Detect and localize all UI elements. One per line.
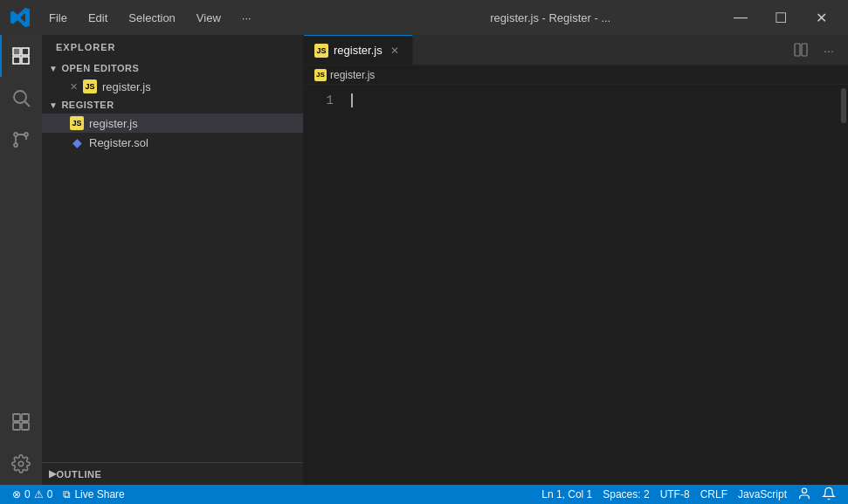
explorer-title: EXPLORER	[42, 35, 303, 59]
register-section-label: REGISTER	[61, 100, 114, 110]
activity-bar	[0, 35, 42, 485]
menu-more[interactable]: ···	[233, 8, 260, 28]
status-errors[interactable]: ⊗ 0 ⚠ 0	[7, 485, 58, 504]
line-number-1: 1	[304, 92, 334, 109]
open-editor-register-js[interactable]: ✕ JS register.js	[42, 77, 303, 96]
activity-explorer-icon[interactable]	[0, 35, 42, 77]
tab-bar: JS register.js ✕ ···	[304, 35, 848, 66]
editor-line-1	[348, 92, 839, 109]
js-file-icon: JS	[83, 79, 97, 93]
tab-register-js[interactable]: JS register.js ✕	[304, 35, 413, 65]
eol-label: CRLF	[700, 488, 727, 501]
menu-bar: File Edit Selection View ···	[40, 8, 381, 28]
svg-rect-11	[795, 44, 800, 56]
bell-icon	[822, 487, 836, 503]
liveshare-icon: ⧉	[63, 488, 71, 501]
spaces-label: Spaces: 2	[603, 488, 649, 501]
svg-point-5	[14, 143, 17, 147]
breadcrumb-js-icon: JS	[314, 69, 327, 81]
more-actions-button[interactable]: ···	[817, 38, 841, 62]
svg-rect-0	[14, 49, 19, 54]
liveshare-label: Live Share	[74, 488, 124, 501]
open-editors-header[interactable]: ▼ OPEN EDITORS	[42, 59, 303, 77]
encoding-label: UTF-8	[660, 488, 690, 501]
js-icon-register: JS	[70, 116, 84, 130]
maximize-button[interactable]: ☐	[761, 0, 801, 35]
scrollbar-thumb[interactable]	[841, 88, 846, 123]
outline-section: ▶ OUTLINE	[42, 462, 303, 485]
sidebar-register-sol-name: Register.sol	[89, 136, 148, 149]
window-controls: — ☐ ✕	[720, 0, 841, 35]
editor-area: JS register.js ✕ ··· JS register.js	[304, 35, 848, 485]
activity-source-control-icon[interactable]	[0, 119, 42, 161]
split-editor-button[interactable]	[789, 38, 813, 62]
outline-label: OUTLINE	[57, 469, 102, 480]
menu-view[interactable]: View	[188, 8, 230, 28]
status-eol[interactable]: CRLF	[695, 485, 733, 504]
sidebar-register-sol[interactable]: ◆ Register.sol	[42, 133, 303, 152]
svg-rect-6	[13, 414, 20, 421]
line-numbers: 1	[304, 85, 348, 485]
register-chevron: ▼	[49, 100, 58, 110]
svg-rect-12	[802, 44, 807, 56]
breadcrumb: JS register.js	[304, 66, 848, 85]
open-editors-label: OPEN EDITORS	[61, 63, 139, 73]
status-encoding[interactable]: UTF-8	[655, 485, 695, 504]
close-button[interactable]: ✕	[801, 0, 841, 35]
cursor-position: Ln 1, Col 1	[541, 488, 592, 501]
sidebar-register-js[interactable]: JS register.js	[42, 114, 303, 133]
outline-header[interactable]: ▶ OUTLINE	[42, 463, 303, 485]
tab-label: register.js	[334, 44, 383, 57]
status-cursor[interactable]: Ln 1, Col 1	[536, 485, 597, 504]
tab-js-icon: JS	[314, 44, 328, 58]
menu-selection[interactable]: Selection	[120, 8, 183, 28]
activity-search-icon[interactable]	[0, 77, 42, 119]
breadcrumb-file: register.js	[330, 69, 375, 81]
open-editor-filename: register.js	[102, 80, 151, 93]
close-file-icon[interactable]: ✕	[70, 81, 78, 93]
register-section-header[interactable]: ▼ REGISTER	[42, 96, 303, 114]
activity-extensions-icon[interactable]	[0, 401, 42, 443]
menu-edit[interactable]: Edit	[79, 8, 116, 28]
outline-chevron: ▶	[49, 468, 57, 480]
activity-settings-icon[interactable]	[0, 443, 42, 485]
sidebar: EXPLORER ▼ OPEN EDITORS ✕ JS register.js…	[42, 35, 304, 485]
tab-actions: ···	[782, 35, 848, 65]
status-account[interactable]	[792, 485, 817, 504]
tab-close-button[interactable]: ✕	[388, 44, 402, 58]
svg-rect-8	[13, 423, 20, 430]
scrollbar-track[interactable]	[839, 85, 848, 485]
open-editors-chevron: ▼	[49, 64, 58, 73]
svg-point-3	[14, 133, 17, 136]
editor-text-area[interactable]	[348, 85, 839, 485]
vscode-logo	[7, 4, 33, 31]
status-spaces[interactable]: Spaces: 2	[597, 485, 654, 504]
account-icon	[797, 487, 811, 503]
status-bar: ⊗ 0 ⚠ 0 ⧉ Live Share Ln 1, Col 1 Spaces:…	[0, 485, 848, 504]
sidebar-register-js-name: register.js	[89, 117, 138, 130]
status-liveshare[interactable]: ⧉ Live Share	[58, 485, 129, 504]
svg-point-10	[18, 461, 24, 466]
editor-content[interactable]: 1	[304, 85, 848, 485]
warning-icon: ⚠	[34, 488, 44, 501]
minimize-button[interactable]: —	[720, 0, 761, 35]
window-title: register.js - Register - ...	[381, 11, 721, 24]
sol-icon: ◆	[70, 135, 84, 149]
main-area: EXPLORER ▼ OPEN EDITORS ✕ JS register.js…	[0, 35, 848, 485]
svg-point-13	[802, 488, 806, 493]
language-label: JavaScript	[738, 488, 787, 501]
error-icon: ⊗	[12, 488, 21, 501]
menu-file[interactable]: File	[40, 8, 76, 28]
svg-rect-9	[22, 423, 29, 430]
status-language[interactable]: JavaScript	[733, 485, 792, 504]
svg-point-1	[14, 91, 26, 103]
status-notifications[interactable]	[817, 485, 841, 504]
svg-line-2	[25, 102, 31, 107]
error-count: 0	[24, 488, 31, 501]
warning-count: 0	[47, 488, 53, 501]
svg-rect-7	[22, 414, 29, 421]
titlebar: File Edit Selection View ··· register.js…	[0, 0, 848, 35]
